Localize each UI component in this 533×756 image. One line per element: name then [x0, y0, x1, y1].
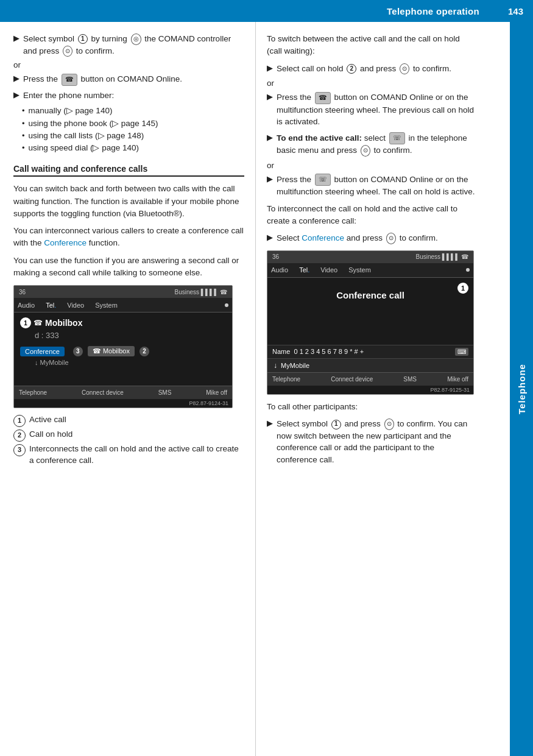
- ss-part-ref-right: P82.87-9125-31: [267, 386, 473, 394]
- ss-right-badge-1: 1: [457, 283, 468, 294]
- right-bullet-5: ▶ Select Conference and press ⊙ to confi…: [267, 232, 476, 244]
- ss-row-1: 1 ☎ Mobilbox: [20, 317, 226, 328]
- ss-mobilbox-label: Mobilbox: [45, 318, 82, 328]
- legend-text-1: Active call: [29, 414, 66, 426]
- arrow-icon-3: ▶: [13, 90, 19, 99]
- ss-conference-button: Conference: [20, 347, 65, 356]
- ss-mymobile-text: ↓ MyMobile: [35, 359, 69, 366]
- header-title: Telephone operation: [387, 6, 479, 16]
- legend-list: 1 Active call 2 Call on hold 3 Interconn…: [13, 414, 244, 467]
- right-or-2: or: [267, 161, 476, 170]
- ss-numpad-row: Name 0 1 2 3 4 5 6 7 8 9 * # + ⌨: [267, 345, 473, 359]
- ss-rnav-tel: Tel.: [299, 266, 309, 274]
- ss-footer-sms: SMS: [158, 389, 172, 396]
- ss-part-ref-left: P82.87-9124-31: [14, 399, 232, 408]
- arrow-icon-2: ▶: [13, 74, 19, 83]
- sidebar-tab: Telephone: [510, 22, 533, 756]
- main-content: ▶ Select symbol 1 by turning ◎ the COMAN…: [0, 22, 510, 756]
- right-phone-btn-1: ☎: [315, 92, 331, 104]
- right-phone-btn-2: ☏: [315, 174, 331, 186]
- ss-footer-mike: Mike off: [206, 389, 227, 396]
- page-number: 143: [499, 6, 523, 16]
- bullet-press-text: Press the ☎ button on COMAND Online.: [23, 73, 182, 85]
- confirm-icon: ⊙: [63, 46, 72, 57]
- sub-item-manually: • manually (▷ page 140): [22, 105, 244, 117]
- right-confirm-icon-3: ⊙: [386, 233, 396, 244]
- sub-list: • manually (▷ page 140) • using the phon…: [22, 105, 244, 154]
- ss-rnav-dot: [466, 268, 470, 272]
- ss-nav-system: System: [95, 302, 118, 309]
- legend-item-1: 1 Active call: [13, 414, 244, 427]
- ss-rtopbar-right: Business ▌▌▌▌ ☎: [416, 253, 468, 260]
- ss-topbar-right: 36 Business ▌▌▌▌ ☎: [267, 251, 473, 263]
- right-arrow-4: ▶: [267, 174, 273, 183]
- legend-num-3: 3: [13, 444, 26, 456]
- ss-rtopbar-left: 36: [272, 253, 279, 260]
- ss-conference-badge-3: 3: [73, 347, 83, 356]
- right-arrow-2: ▶: [267, 92, 273, 101]
- left-column: ▶ Select symbol 1 by turning ◎ the COMAN…: [0, 22, 256, 756]
- ss-my-mobile-right: ↓ MyMobile: [267, 359, 473, 372]
- legend-num-1: 1: [13, 415, 26, 427]
- right-arrow-5: ▶: [267, 233, 273, 242]
- right-arrow-1: ▶: [267, 63, 273, 72]
- ss-topbar-left: 36 Business ▌▌▌▌ ☎: [14, 286, 232, 298]
- ss-topbar-right-text: Business ▌▌▌▌ ☎: [175, 289, 227, 295]
- bullet-select-symbol-text: Select symbol 1 by turning ◎ the COMAND …: [23, 33, 244, 57]
- ss-nav-left: Audio Tel. Video System: [14, 298, 232, 313]
- ss-rfooter-connect: Connect device: [331, 376, 373, 383]
- ss-badge-1: 1: [20, 317, 31, 328]
- sub-item-manually-text: manually (▷ page 140): [29, 105, 113, 117]
- ss-row-2: d : 333: [35, 331, 226, 340]
- ss-mobilbox-button: ☎ Mobilbox: [88, 346, 135, 356]
- right-arrow-3: ▶: [267, 133, 273, 142]
- section-heading-conference: Call waiting and conference calls: [13, 164, 244, 177]
- ss-phone-icon-1: ☎: [34, 319, 43, 327]
- right-end-call-icon: ☏: [389, 132, 405, 144]
- bullet-press-button: ▶ Press the ☎ button on COMAND Online.: [13, 73, 244, 85]
- or-label-1: or: [13, 60, 244, 69]
- ss-topbar-left-text: 36: [19, 289, 26, 295]
- bullet-select-symbol: ▶ Select symbol 1 by turning ◎ the COMAN…: [13, 33, 244, 57]
- ss-rfooter-sms: SMS: [403, 376, 417, 383]
- right-bullet-4-text: Press the ☏ button on COMAND Online or o…: [277, 174, 476, 198]
- screenshot-right: 36 Business ▌▌▌▌ ☎ Audio Tel. Video Syst…: [267, 250, 474, 395]
- bullet-enter-number: ▶ Enter the phone number:: [13, 90, 244, 102]
- sidebar-label: Telephone: [517, 364, 527, 414]
- ss-rnav-video: Video: [320, 266, 337, 274]
- ss-numpad-text: Name 0 1 2 3 4 5 6 7 8 9 * # +: [272, 348, 364, 355]
- right-or-1: or: [267, 79, 476, 88]
- page-layout: ▶ Select symbol 1 by turning ◎ the COMAN…: [0, 22, 533, 756]
- ss-row-mymobile: ↓ MyMobile: [35, 359, 226, 366]
- right-bullet-5-text: Select Conference and press ⊙ to confirm…: [277, 232, 438, 244]
- legend-item-2: 2 Call on hold: [13, 429, 244, 442]
- legend-num-2: 2: [13, 429, 26, 442]
- sub-item-calllists: • using the call lists (▷ page 148): [22, 130, 244, 142]
- paragraph-1: You can switch back and forth between tw…: [13, 183, 244, 220]
- ss-rnav-system: System: [348, 266, 371, 274]
- right-intro-2: To interconnect the call on hold and the…: [267, 203, 476, 228]
- ss-mobilbox-badge-2: 2: [139, 347, 149, 356]
- bullet-enter-text: Enter the phone number:: [23, 90, 114, 102]
- right-conference-link: Conference: [302, 233, 344, 242]
- sub-item-calllists-text: using the call lists (▷ page 148): [29, 130, 144, 142]
- ss-rfooter-mike: Mike off: [447, 376, 468, 383]
- phone-button-icon: ☎: [62, 74, 77, 86]
- screenshot-left: 36 Business ▌▌▌▌ ☎ Audio Tel. Video Syst…: [13, 285, 233, 408]
- ss-mymobile-icon: ↓: [274, 361, 277, 370]
- right-intro-3: To call other participants:: [267, 401, 476, 413]
- right-bold-label: To end the active call:: [277, 133, 362, 143]
- page-header: Telephone operation 143: [0, 0, 533, 22]
- right-bullet-1: ▶ Select call on hold 2 and press ⊙ to c…: [267, 63, 476, 75]
- ss-nav-dot: [225, 303, 228, 307]
- right-bullet-3-text: To end the active call: select ☏ in the …: [277, 132, 476, 157]
- sub-item-speeddial-text: using speed dial (▷ page 140): [29, 142, 139, 154]
- conference-link-text: Conference: [44, 238, 86, 247]
- ss-row-buttons: Conference 3 ☎ Mobilbox 2: [20, 346, 226, 356]
- ss-right-badge-container: 1: [457, 283, 468, 294]
- ss-footer-left: Telephone Connect device SMS Mike off: [14, 386, 232, 399]
- right-confirm-icon-1: ⊙: [400, 63, 409, 75]
- right-bullet-6: ▶ Select symbol 1 and press ⊙ to confirm…: [267, 418, 476, 465]
- ss-nav-audio: Audio: [18, 302, 35, 309]
- right-bullet-3: ▶ To end the active call: select ☏ in th…: [267, 132, 476, 157]
